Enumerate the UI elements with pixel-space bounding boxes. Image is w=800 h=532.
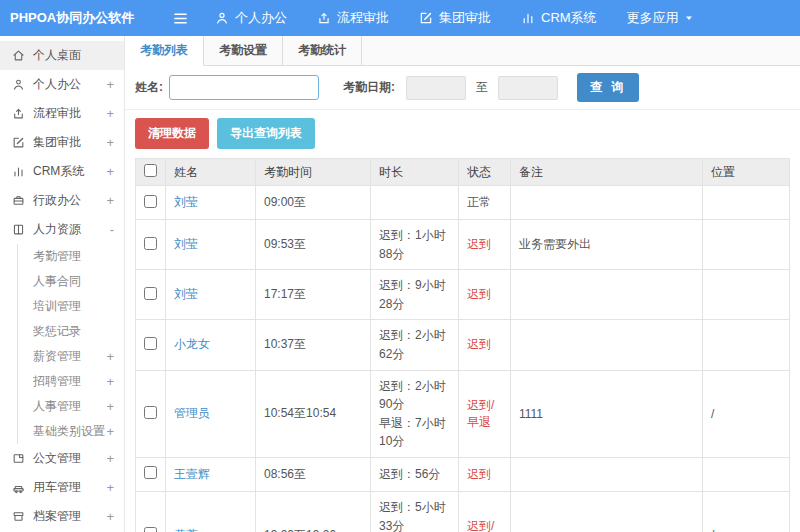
sidebar-item-label: 集团审批 <box>33 134 81 151</box>
employee-name-link[interactable]: 黄蓉 <box>174 528 198 532</box>
row-checkbox[interactable] <box>144 287 157 300</box>
employee-name-link[interactable]: 王壹辉 <box>174 467 210 481</box>
expand-toggle-icon[interactable]: + <box>106 349 114 364</box>
expand-toggle-icon[interactable]: + <box>106 164 114 179</box>
sidebar-item-1[interactable]: 个人桌面 <box>0 41 124 70</box>
employee-name-link[interactable]: 管理员 <box>174 406 210 420</box>
nav-item-1[interactable]: 个人办公 <box>215 9 287 27</box>
nav-item-label: 更多应用 <box>627 9 679 27</box>
date-to-input[interactable] <box>498 76 558 100</box>
column-header: 姓名 <box>166 159 256 186</box>
sidebar-item-17[interactable]: 用车管理+ <box>0 473 124 502</box>
sidebar-item-label: 档案管理 <box>33 508 81 525</box>
row-checkbox[interactable] <box>144 195 157 208</box>
table-row: 小龙女10:37至迟到：2小时62分迟到 <box>136 320 790 370</box>
tab-bar: 考勤列表考勤设置考勤统计 <box>125 36 800 66</box>
expand-toggle-icon[interactable]: + <box>106 424 114 439</box>
sidebar-item-label: 公文管理 <box>33 450 81 467</box>
export-list-button[interactable]: 导出查询列表 <box>217 118 315 149</box>
tab-1[interactable]: 考勤列表 <box>125 36 204 66</box>
sidebar-item-label: 人力资源 <box>33 221 81 238</box>
menu-icon[interactable] <box>172 10 189 27</box>
sidebar-item-10[interactable]: 培训管理 <box>17 294 124 319</box>
edit-icon <box>419 11 433 25</box>
attendance-time-cell: 17:17至 <box>256 270 371 320</box>
row-checkbox[interactable] <box>144 337 157 350</box>
date-from-input[interactable] <box>406 76 466 100</box>
car-icon <box>12 481 25 494</box>
nav-item-5[interactable]: 更多应用 <box>627 9 700 27</box>
sidebar-item-12[interactable]: 薪资管理+ <box>17 344 124 369</box>
nav-item-3[interactable]: 集团审批 <box>419 9 491 27</box>
query-button[interactable]: 查 询 <box>577 73 639 102</box>
expand-toggle-icon[interactable]: + <box>106 77 114 92</box>
expand-toggle-icon[interactable]: - <box>110 222 114 237</box>
sidebar-item-3[interactable]: 流程审批+ <box>0 99 124 128</box>
employee-name-link[interactable]: 刘莹 <box>174 287 198 301</box>
status-cell: 迟到 <box>459 457 511 491</box>
employee-name-link[interactable]: 刘莹 <box>174 237 198 251</box>
sidebar: 个人桌面个人办公+流程审批+集团审批+CRM系统+行政办公+人力资源-考勤管理人… <box>0 36 125 532</box>
expand-toggle-icon[interactable]: + <box>106 106 114 121</box>
brand-logo[interactable]: PHPOA协同办公软件 <box>0 9 150 27</box>
sidebar-item-14[interactable]: 人事管理+ <box>17 394 124 419</box>
home-icon <box>12 49 25 62</box>
nav-item-4[interactable]: CRM系统 <box>521 9 597 27</box>
sidebar-item-13[interactable]: 招聘管理+ <box>17 369 124 394</box>
sidebar-item-6[interactable]: 行政办公+ <box>0 186 124 215</box>
employee-name-link[interactable]: 刘莹 <box>174 195 198 209</box>
expand-toggle-icon[interactable]: + <box>106 399 114 414</box>
sidebar-item-16[interactable]: 公文管理+ <box>0 444 124 473</box>
table-row: 刘莹17:17至迟到：9小时28分迟到 <box>136 270 790 320</box>
nav-item-2[interactable]: 流程审批 <box>317 9 389 27</box>
expand-toggle-icon[interactable]: + <box>106 374 114 389</box>
sidebar-item-15[interactable]: 基础类别设置+ <box>17 419 124 444</box>
column-header: 状态 <box>459 159 511 186</box>
sidebar-item-2[interactable]: 个人办公+ <box>0 70 124 99</box>
location-cell <box>703 186 790 220</box>
expand-toggle-icon[interactable]: + <box>106 509 114 524</box>
select-all-checkbox[interactable] <box>144 164 157 177</box>
share-icon <box>12 107 25 120</box>
row-checkbox[interactable] <box>144 527 157 532</box>
sidebar-item-5[interactable]: CRM系统+ <box>0 157 124 186</box>
tab-2[interactable]: 考勤设置 <box>204 36 283 65</box>
employee-name-link[interactable]: 小龙女 <box>174 337 210 351</box>
sidebar-item-11[interactable]: 奖惩记录 <box>17 319 124 344</box>
sidebar-item-4[interactable]: 集团审批+ <box>0 128 124 157</box>
expand-toggle-icon[interactable]: + <box>106 193 114 208</box>
row-checkbox[interactable] <box>144 237 157 250</box>
attendance-date-label: 考勤日期: <box>343 79 395 96</box>
sidebar-item-18[interactable]: 档案管理+ <box>0 502 124 531</box>
share-icon <box>317 11 331 25</box>
table-body: 刘莹09:00至正常刘莹09:53至迟到：1小时88分迟到业务需要外出刘莹17:… <box>136 186 790 532</box>
sidebar-item-label: 人事管理 <box>33 398 81 415</box>
note-cell <box>511 186 703 220</box>
attendance-time-cell: 10:37至 <box>256 320 371 370</box>
row-checkbox[interactable] <box>144 406 157 419</box>
note-cell: 1111 <box>511 370 703 457</box>
table-row: 刘莹09:00至正常 <box>136 186 790 220</box>
name-input[interactable] <box>169 75 319 100</box>
location-cell <box>703 270 790 320</box>
column-header: 考勤时间 <box>256 159 371 186</box>
expand-toggle-icon[interactable]: + <box>106 480 114 495</box>
select-all-header <box>136 159 166 186</box>
sidebar-item-label: 用车管理 <box>33 479 81 496</box>
tab-3[interactable]: 考勤统计 <box>283 36 362 65</box>
table-row: 王壹辉08:56至迟到：56分迟到 <box>136 457 790 491</box>
sidebar-item-label: 培训管理 <box>33 298 81 315</box>
expand-toggle-icon[interactable]: + <box>106 451 114 466</box>
nav-item-label: 流程审批 <box>337 9 389 27</box>
sidebar-item-9[interactable]: 人事合同 <box>17 269 124 294</box>
sidebar-item-label: CRM系统 <box>33 163 84 180</box>
expand-toggle-icon[interactable]: + <box>106 135 114 150</box>
row-checkbox[interactable] <box>144 466 157 479</box>
book-icon <box>12 223 25 236</box>
content-area: 考勤列表考勤设置考勤统计 姓名: 考勤日期: 至 查 询 清理数据 导出查询列表 <box>125 36 800 532</box>
attendance-time-cell: 08:56至 <box>256 457 371 491</box>
clean-data-button[interactable]: 清理数据 <box>135 118 209 149</box>
location-cell <box>703 457 790 491</box>
sidebar-item-7[interactable]: 人力资源- <box>0 215 124 244</box>
sidebar-item-8[interactable]: 考勤管理 <box>17 244 124 269</box>
